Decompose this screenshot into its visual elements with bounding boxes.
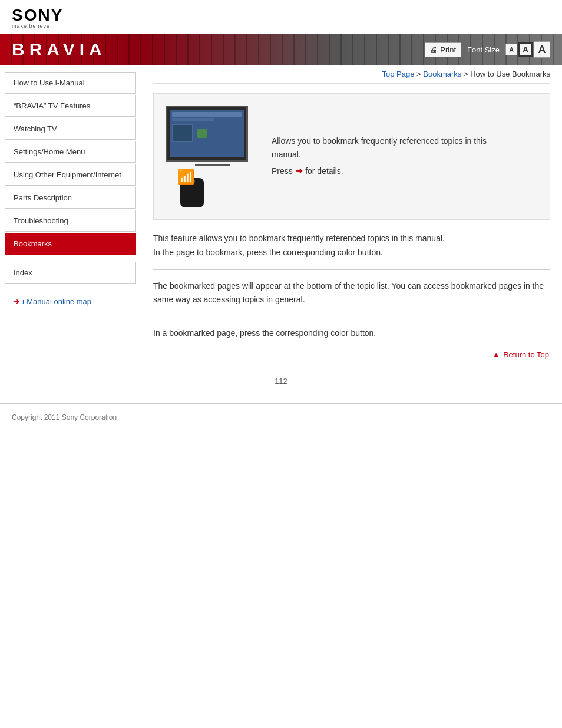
sidebar-item-label: Troubleshooting xyxy=(14,216,68,225)
feature-desc-line1: Allows you to bookmark frequently refere… xyxy=(272,134,487,147)
content-area: Top Page > Bookmarks > How to Use Bookma… xyxy=(141,65,562,371)
bravia-banner: BRAVIA 🖨 Print Font Size A A A xyxy=(0,34,562,65)
footer: Copyright 2011 Sony Corporation xyxy=(0,403,562,431)
online-map-label: i-Manual online map xyxy=(22,297,91,306)
font-medium-button[interactable]: A xyxy=(518,42,533,57)
breadcrumb-bookmarks[interactable]: Bookmarks xyxy=(423,70,461,78)
online-map-link[interactable]: ➔ i-Manual online map xyxy=(5,292,136,311)
sidebar-item-bravia-features[interactable]: “BRAVIA” TV Features xyxy=(5,95,136,117)
sony-text: SONY xyxy=(12,7,550,24)
sidebar-item-label: Settings/Home Menu xyxy=(14,147,85,156)
font-size-label: Font Size xyxy=(467,45,500,54)
return-top-label: Return to Top xyxy=(503,350,549,359)
screen-element xyxy=(172,124,193,142)
sidebar-item-label: Watching TV xyxy=(14,124,57,133)
tv-screen-inner xyxy=(170,110,244,157)
sony-tagline: make.believe xyxy=(12,24,550,29)
sony-logo: SONY make.believe xyxy=(12,7,550,29)
main-container: How to Use i-Manual “BRAVIA” TV Features… xyxy=(0,65,562,371)
tv-stand xyxy=(195,164,230,166)
breadcrumb-current: How to Use Bookmarks xyxy=(470,70,550,78)
triangle-icon: ▲ xyxy=(492,350,500,359)
breadcrumb-sep1: > xyxy=(416,70,423,78)
sidebar-item-label: Parts Description xyxy=(14,193,72,202)
sidebar-item-troubleshooting[interactable]: Troubleshooting xyxy=(5,210,136,232)
sidebar-item-parts[interactable]: Parts Description xyxy=(5,187,136,209)
content-para-2: In the page to bookmark, press the corre… xyxy=(153,246,550,260)
feature-box: 📶 Allows you to bookmark frequently refe… xyxy=(153,93,550,220)
wifi-icon: 📶 xyxy=(177,169,260,185)
sidebar-item-label: “BRAVIA” TV Features xyxy=(14,101,90,110)
sidebar-item-how-to-use[interactable]: How to Use i-Manual xyxy=(5,72,136,94)
feature-desc-line2: manual. xyxy=(272,148,487,161)
sidebar-item-label: Bookmarks xyxy=(14,239,52,248)
print-icon: 🖨 xyxy=(430,45,438,54)
sidebar-item-watching-tv[interactable]: Watching TV xyxy=(5,118,136,140)
press-suffix: for details. xyxy=(305,166,343,176)
sidebar-item-equipment[interactable]: Using Other Equipment/Internet xyxy=(5,164,136,186)
content-section-3: In a bookmarked page, press the correspo… xyxy=(153,327,550,341)
screen-bottom xyxy=(172,124,242,142)
sidebar-item-label: Using Other Equipment/Internet xyxy=(14,170,121,179)
font-size-controls: A A A xyxy=(505,41,550,58)
sidebar-item-bookmarks[interactable]: Bookmarks xyxy=(5,233,136,255)
right-arrow-icon: ➔ xyxy=(295,166,305,176)
print-label: Print xyxy=(440,45,456,54)
content-para-1: This feature allows you to bookmark freq… xyxy=(153,232,550,246)
press-text: Press xyxy=(272,166,293,176)
top-header: SONY make.believe xyxy=(0,0,562,34)
bravia-title: BRAVIA xyxy=(12,39,107,60)
font-small-button[interactable]: A xyxy=(505,44,517,55)
press-line: Press ➔ for details. xyxy=(272,163,487,179)
sidebar-item-label: How to Use i-Manual xyxy=(14,78,85,87)
tv-image-container: 📶 xyxy=(166,106,260,207)
banner-controls: 🖨 Print Font Size A A A xyxy=(425,41,550,58)
breadcrumb-sep2: > xyxy=(464,70,470,78)
screen-element-2 xyxy=(197,129,207,138)
screen-bar-2 xyxy=(172,118,214,121)
feature-text: Allows you to bookmark frequently refere… xyxy=(272,134,487,178)
sidebar: How to Use i-Manual “BRAVIA” TV Features… xyxy=(0,65,141,371)
sidebar-item-label: Index xyxy=(14,268,32,277)
breadcrumb: Top Page > Bookmarks > How to Use Bookma… xyxy=(153,65,550,84)
divider-2 xyxy=(153,317,550,317)
tv-screen xyxy=(166,106,248,162)
return-to-top[interactable]: ▲ Return to Top xyxy=(153,350,550,359)
content-para-3: The bookmarked pages will appear at the … xyxy=(153,279,550,308)
content-section-2: The bookmarked pages will appear at the … xyxy=(153,279,550,308)
print-button[interactable]: 🖨 Print xyxy=(425,42,461,57)
divider-1 xyxy=(153,269,550,270)
breadcrumb-top-page[interactable]: Top Page xyxy=(382,70,415,78)
content-section-1: This feature allows you to bookmark freq… xyxy=(153,232,550,260)
sidebar-item-index[interactable]: Index xyxy=(5,262,136,284)
screen-bar-1 xyxy=(172,112,242,117)
copyright-text: Copyright 2011 Sony Corporation xyxy=(12,413,117,421)
content-para-4: In a bookmarked page, press the correspo… xyxy=(153,327,550,341)
font-large-button[interactable]: A xyxy=(534,41,550,58)
arrow-icon: ➔ xyxy=(13,297,20,306)
page-number: 112 xyxy=(0,371,562,391)
sidebar-item-settings[interactable]: Settings/Home Menu xyxy=(5,141,136,163)
